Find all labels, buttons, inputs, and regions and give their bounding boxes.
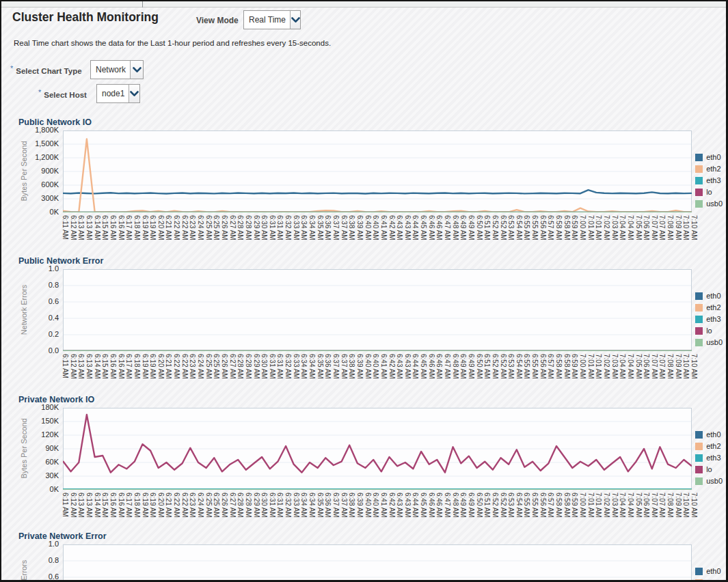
chart-private-network-error: Private Network Error Network Errors 1.0… — [1, 530, 726, 580]
legend-swatch-icon — [695, 568, 703, 575]
plot-area — [63, 408, 692, 490]
chart-type-select[interactable]: Network — [90, 60, 144, 79]
x-tick-label: 6:58 AM — [555, 215, 563, 240]
legend-label: eth0 — [706, 153, 720, 161]
x-tick-label: 6:32 AM — [284, 493, 292, 518]
x-tick-label: 6:19 AM — [149, 493, 157, 518]
x-tick-label: 6:46 AM — [435, 215, 443, 240]
x-tick-label: 6:45 AM — [420, 215, 427, 240]
legend-label: lo — [706, 465, 712, 473]
y-tick-label: 300K — [1, 194, 59, 202]
x-tick-label: 6:59 AM — [571, 354, 578, 379]
x-tick-label: 6:57 AM — [547, 215, 554, 240]
x-tick-label: 6:58 AM — [555, 493, 563, 518]
legend-item: eth0 — [695, 292, 723, 300]
chart-legend: eth0eth2eth3lousb0 — [695, 292, 723, 350]
x-tick-label: 6:31 AM — [276, 493, 284, 518]
x-tick-label: 6:41 AM — [380, 354, 388, 379]
chevron-down-icon[interactable] — [129, 85, 139, 102]
legend-label: usb0 — [706, 338, 723, 346]
chevron-down-icon[interactable] — [130, 61, 143, 79]
x-tick-label: 6:49 AM — [459, 493, 467, 518]
view-mode-value: Real Time — [244, 11, 290, 29]
x-tick-label: 6:21 AM — [165, 354, 172, 379]
x-tick-label: 6:26 AM — [221, 493, 228, 518]
x-tick-label: 6:43 AM — [396, 493, 403, 518]
x-tick-label: 6:49 AM — [459, 354, 467, 379]
x-tick-label: 7:01 AM — [595, 493, 602, 518]
y-tick-label: 1,200K — [1, 153, 59, 161]
x-tick-label: 6:19 AM — [149, 354, 157, 379]
x-tick-label: 6:11 AM — [62, 354, 69, 378]
chart-type-value: Network — [91, 61, 130, 79]
x-tick-label: 6:24 AM — [197, 215, 204, 240]
legend-swatch-icon — [695, 431, 703, 439]
chevron-down-icon[interactable] — [290, 11, 300, 29]
x-tick-label: 6:39 AM — [356, 354, 364, 379]
x-tick-label: 6:40 AM — [364, 493, 372, 518]
legend-swatch-icon — [695, 177, 703, 184]
x-tick-label: 6:16 AM — [118, 215, 125, 240]
x-tick-label: 6:46 AM — [428, 493, 435, 518]
x-tick-label: 6:55 AM — [523, 215, 530, 240]
x-tick-label: 6:54 AM — [515, 493, 523, 518]
x-tick-label: 6:23 AM — [189, 354, 196, 379]
legend-label: eth3 — [706, 176, 720, 184]
x-tick-label: 6:52 AM — [500, 215, 507, 240]
cluster-health-monitoring-page: Cluster Health Monitoring View Mode Real… — [1, 1, 726, 580]
legend-label: eth0 — [706, 567, 720, 575]
plot-area — [63, 269, 692, 351]
x-tick-label: 7:04 AM — [619, 354, 626, 379]
x-tick-label: 6:50 AM — [476, 215, 483, 240]
legend-item: eth0 — [695, 153, 723, 161]
legend-item: usb0 — [695, 477, 723, 485]
x-tick-label: 6:56 AM — [539, 493, 547, 518]
y-tick-label: 0.6 — [1, 572, 59, 580]
chart-legend: eth0eth2eth3lousb0 — [695, 430, 723, 488]
x-tick-label: 6:53 AM — [507, 354, 515, 379]
x-tick-label: 6:30 AM — [260, 354, 268, 379]
x-tick-label: 6:47 AM — [444, 354, 451, 379]
x-tick-label: 6:35 AM — [316, 354, 324, 379]
y-tick-label: 0K — [1, 208, 59, 216]
x-tick-label: 6:31 AM — [269, 493, 276, 518]
x-tick-label: 7:00 AM — [579, 493, 587, 518]
legend-swatch-icon — [695, 443, 703, 450]
legend-label: lo — [706, 188, 712, 196]
x-tick-label: 6:49 AM — [459, 215, 467, 240]
legend-item: lo — [695, 327, 723, 335]
chart-canvas — [63, 130, 692, 212]
y-tick-label: 0K — [1, 485, 59, 493]
legend-label: eth2 — [706, 303, 720, 311]
x-tick-label: 6:30 AM — [260, 215, 268, 240]
x-tick-label: 6:52 AM — [491, 493, 499, 518]
x-tick-label: 7:07 AM — [651, 215, 658, 240]
view-mode-select[interactable]: Real Time — [243, 10, 301, 29]
x-tick-label: 6:20 AM — [157, 354, 165, 379]
x-tick-label: 6:43 AM — [404, 215, 412, 240]
host-select[interactable]: node1 — [96, 84, 140, 103]
x-tick-label: 6:15 AM — [101, 493, 109, 518]
y-tick-label: 0.2 — [1, 330, 59, 338]
y-tick-label: 600K — [1, 180, 59, 189]
x-tick-label: 6:14 AM — [94, 215, 101, 240]
x-tick-label: 6:52 AM — [491, 215, 499, 240]
legend-swatch-icon — [695, 327, 703, 335]
chart-canvas — [63, 544, 692, 580]
x-tick-label: 6:29 AM — [253, 354, 260, 379]
x-tick-label: 6:12 AM — [70, 354, 77, 379]
x-tick-label: 6:56 AM — [539, 215, 547, 240]
x-tick-label: 6:37 AM — [332, 354, 340, 379]
x-tick-label: 6:35 AM — [316, 215, 324, 240]
x-tick-label: 7:01 AM — [587, 354, 595, 379]
x-tick-label: 6:23 AM — [189, 493, 196, 518]
x-tick-label: 6:31 AM — [276, 215, 284, 240]
x-tick-label: 7:08 AM — [666, 354, 674, 379]
x-tick-label: 6:25 AM — [205, 215, 213, 240]
x-tick-label: 6:27 AM — [229, 215, 237, 240]
x-tick-label: 7:03 AM — [611, 354, 619, 379]
x-tick-label: 7:03 AM — [611, 493, 619, 518]
x-tick-label: 7:10 AM — [690, 493, 698, 518]
y-axis-ticks: 180K150K120K90K60K30K0K — [1, 393, 60, 532]
x-tick-label: 7:07 AM — [651, 493, 658, 518]
